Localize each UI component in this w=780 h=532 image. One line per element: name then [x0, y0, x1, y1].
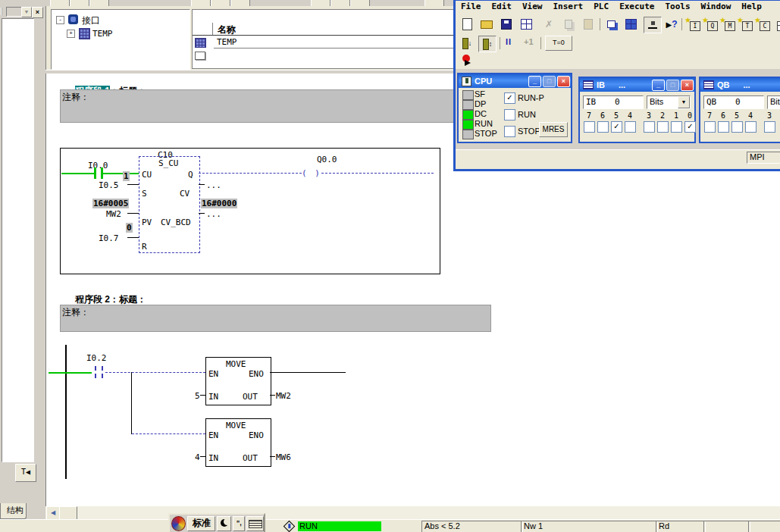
scu-block[interactable]: S_CU CU Q S CV PV CV_BCD R — [139, 156, 200, 253]
cpu-titlebar[interactable]: CPU _ □ × — [459, 74, 571, 88]
menu-edit[interactable]: Edit — [487, 1, 518, 12]
ib-address-field[interactable]: IB 0 — [583, 95, 644, 109]
toolbar-button-fragment[interactable] — [230, 0, 250, 6]
menu-file[interactable]: File — [456, 1, 487, 12]
cascade-windows-button[interactable] — [603, 17, 619, 32]
tree-node-interface[interactable]: 接口 — [82, 14, 100, 27]
scroll-left-button[interactable]: ◀ — [46, 506, 60, 520]
toolbar-button-fragment[interactable] — [330, 0, 350, 6]
paste-button[interactable] — [580, 17, 597, 32]
tree-node-temp[interactable]: TEMP — [92, 29, 113, 39]
ib-minimize-button[interactable]: _ — [652, 80, 665, 91]
menu-view[interactable]: View — [517, 1, 548, 12]
pv-operand[interactable]: MW2 — [106, 209, 121, 219]
coil-symbol[interactable]: ( ) — [302, 168, 321, 178]
editor-hscrollbar[interactable]: ◀ — [45, 506, 780, 519]
stop-checkbox[interactable] — [504, 126, 515, 137]
new-file-button[interactable] — [459, 17, 475, 32]
toolbar-button-fragment[interactable] — [350, 0, 370, 6]
mres-button[interactable]: MRES — [539, 122, 568, 137]
menu-plc[interactable]: PLC — [588, 1, 614, 12]
dock-collapse-button[interactable]: T◀ — [15, 464, 36, 482]
ime-fullwidth-button[interactable] — [217, 516, 231, 531]
ib-bit1-checkbox[interactable] — [671, 121, 682, 133]
interface-tree[interactable]: - 接口 + TEMP — [51, 9, 190, 70]
cpu-minimize-button[interactable]: _ — [528, 76, 541, 87]
ib-bit6-checkbox[interactable] — [597, 121, 609, 133]
ib-format-dropdown[interactable]: Bits ▼ — [647, 95, 691, 109]
toolbar-button-fragment[interactable] — [211, 0, 230, 6]
qb-bit7-checkbox[interactable] — [704, 121, 716, 133]
ib-bit7-checkbox[interactable] — [584, 121, 595, 133]
cpu-close-button[interactable]: × — [557, 76, 570, 87]
insert-timer-variable-button[interactable]: ★T — [737, 18, 754, 33]
ib-dropdown-arrow[interactable]: ▼ — [678, 96, 690, 108]
ib-bit4-checkbox[interactable] — [625, 121, 636, 133]
ib-bit0-checkbox[interactable] — [684, 121, 696, 133]
insert-memory-variable-button[interactable]: ★M — [719, 18, 737, 33]
ime-mode-button[interactable]: 标准 — [187, 516, 216, 531]
s-operand[interactable]: I0.5 — [99, 180, 119, 190]
save-button[interactable] — [498, 17, 515, 32]
step-plus-one-button[interactable]: +1 — [524, 37, 534, 46]
qb-bit3-checkbox[interactable] — [764, 121, 775, 133]
move2-block[interactable]: MOVE EN ENO IN OUT — [205, 418, 271, 467]
single-scan-button[interactable]: ↓ — [459, 36, 475, 51]
structure-list-pane[interactable] — [2, 18, 34, 462]
open-file-button[interactable] — [478, 17, 495, 32]
cpu-maximize-button[interactable]: □ — [543, 76, 556, 87]
toolbar-button-fragment[interactable] — [311, 0, 330, 6]
table-row-temp[interactable]: TEMP — [217, 37, 237, 47]
qb-address-field[interactable]: QB 0 — [703, 95, 764, 109]
tree-expander-plus[interactable]: + — [67, 30, 75, 38]
move2-out-operand[interactable]: MW6 — [276, 452, 291, 462]
dock-close-button[interactable]: × — [32, 7, 43, 18]
insert-input-variable-button[interactable]: ★I — [684, 18, 702, 33]
scroll-thumb[interactable] — [59, 506, 77, 520]
contact-operand-i02[interactable]: I0.2 — [86, 353, 107, 363]
qb-bit4-checkbox[interactable] — [745, 121, 757, 133]
always-on-top-button[interactable] — [644, 17, 662, 33]
ib-bit3-checkbox[interactable] — [644, 121, 655, 133]
pause-icon[interactable]: II — [506, 37, 512, 46]
cut-button[interactable]: ✗ — [540, 17, 557, 32]
menu-execute[interactable]: Execute — [614, 1, 659, 12]
toolbar-button-fragment[interactable] — [50, 0, 70, 6]
dock-combo-arrow[interactable]: ▼ — [21, 7, 32, 17]
toolbar-button-fragment[interactable] — [191, 0, 211, 6]
move1-in-operand[interactable]: 5 — [195, 391, 200, 401]
toolbar-button-fragment[interactable] — [70, 0, 89, 6]
menu-insert[interactable]: Insert — [548, 1, 589, 12]
move2-in-operand[interactable]: 4 — [195, 452, 200, 462]
open-layout-button[interactable] — [518, 17, 534, 32]
new-row-icon[interactable] — [195, 52, 205, 60]
move1-out-operand[interactable]: MW2 — [276, 391, 291, 401]
menu-window[interactable]: Window — [696, 1, 737, 12]
qb-bit6-checkbox[interactable] — [718, 121, 729, 133]
run-checkbox[interactable] — [504, 109, 515, 120]
qb-bit5-checkbox[interactable] — [731, 121, 743, 133]
tab-structure[interactable]: 结构 — [0, 503, 27, 519]
ib-close-button[interactable]: × — [681, 80, 694, 91]
ib-maximize-button[interactable]: □ — [666, 80, 679, 91]
ime-logo-icon[interactable] — [171, 516, 186, 531]
toolbar-button-fragment[interactable] — [89, 0, 109, 6]
insert-generic-variable-button[interactable] — [772, 18, 780, 33]
network1-box[interactable]: C10 I0.0 S_CU CU Q S CV PV CV_BCD R 1 I0… — [60, 148, 440, 274]
copy-button[interactable] — [560, 17, 577, 32]
menu-tools[interactable]: Tools — [659, 1, 695, 12]
insert-counter-variable-button[interactable]: ★C — [754, 18, 772, 33]
ib-bit2-checkbox[interactable] — [657, 121, 669, 133]
ime-punctuation-button[interactable]: ”, — [233, 516, 245, 531]
qb-titlebar[interactable]: QB ... _ — [700, 78, 780, 92]
record-playback-button[interactable] — [459, 53, 475, 68]
qb-format-dropdown[interactable]: Bits — [767, 95, 780, 109]
tile-windows-button[interactable] — [622, 17, 639, 32]
reset-timers-button[interactable]: T=0 — [545, 36, 572, 51]
insert-output-variable-button[interactable]: ★Q — [702, 18, 719, 33]
ime-softkeyboard-button[interactable] — [246, 516, 264, 531]
toolbar-button-fragment[interactable] — [424, 0, 444, 6]
contact-operand-i00[interactable]: I0.0 — [88, 161, 108, 171]
network1-comment[interactable]: 注释： — [60, 89, 491, 123]
runp-checkbox[interactable] — [504, 92, 515, 104]
